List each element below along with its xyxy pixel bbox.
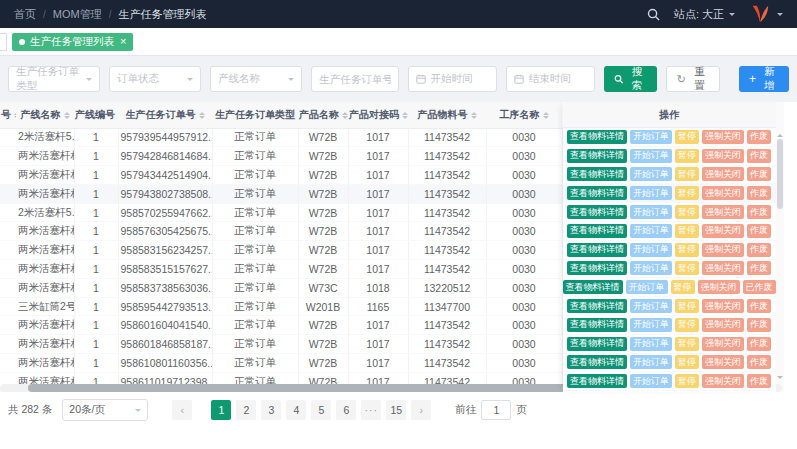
search-button[interactable]: 搜索	[604, 66, 657, 92]
vertical-scrollbar[interactable]	[776, 102, 784, 392]
pager-prev-button[interactable]: ‹	[172, 400, 192, 420]
force-close-button[interactable]: 强制关闭	[702, 167, 744, 181]
sort-icon[interactable]	[64, 109, 70, 122]
start-order-button[interactable]: 开始订单	[630, 318, 672, 332]
start-order-button[interactable]: 开始订单	[630, 243, 672, 257]
pause-button[interactable]: 暂停	[675, 243, 699, 257]
sort-icon[interactable]	[342, 109, 348, 122]
sort-icon[interactable]	[471, 109, 477, 122]
start-order-button[interactable]: 开始订单	[630, 167, 672, 181]
void-button[interactable]: 作废	[747, 149, 771, 163]
view-material-button[interactable]: 查看物料详情	[567, 299, 627, 313]
pause-button[interactable]: 暂停	[675, 167, 699, 181]
void-button[interactable]: 作废	[747, 374, 771, 388]
reset-button[interactable]: ↻ 重置	[666, 66, 720, 92]
pause-button[interactable]: 暂停	[675, 149, 699, 163]
pager-next-button[interactable]: ›	[411, 400, 431, 420]
sort-icon[interactable]	[14, 109, 16, 122]
start-order-button[interactable]: 开始订单	[630, 224, 672, 238]
force-close-button[interactable]: 强制关闭	[698, 280, 740, 294]
view-material-button[interactable]: 查看物料详情	[567, 243, 627, 257]
start-order-button[interactable]: 开始订单	[630, 337, 672, 351]
pager-page-3[interactable]: 3	[261, 400, 281, 420]
void-button[interactable]: 作废	[747, 318, 771, 332]
pause-button[interactable]: 暂停	[675, 355, 699, 369]
column-header[interactable]: 产品对接码	[348, 102, 408, 128]
void-button[interactable]: 作废	[747, 205, 771, 219]
goto-page-input[interactable]	[481, 400, 511, 420]
view-material-button[interactable]: 查看物料详情	[567, 130, 627, 144]
pause-button[interactable]: 暂停	[675, 374, 699, 388]
column-header[interactable]: 号	[0, 102, 16, 128]
view-material-button[interactable]: 查看物料详情	[567, 318, 627, 332]
pause-button[interactable]: 暂停	[675, 337, 699, 351]
pause-button[interactable]: 暂停	[675, 205, 699, 219]
start-order-button[interactable]: 开始订单	[626, 280, 668, 294]
start-order-button[interactable]: 开始订单	[630, 149, 672, 163]
pager-page-1[interactable]: 1	[211, 400, 231, 420]
column-header[interactable]: 产线编号	[74, 102, 118, 128]
order-no-input[interactable]	[319, 73, 390, 85]
view-material-button[interactable]: 查看物料详情	[567, 337, 627, 351]
force-close-button[interactable]: 强制关闭	[702, 149, 744, 163]
void-button[interactable]: 作废	[747, 224, 771, 238]
force-close-button[interactable]: 强制关闭	[702, 374, 744, 388]
view-material-button[interactable]: 查看物料详情	[567, 205, 627, 219]
view-material-button[interactable]: 查看物料详情	[567, 224, 627, 238]
column-header[interactable]: 生产任务订单号	[118, 102, 212, 128]
column-header[interactable]: 产品名称	[298, 102, 348, 128]
pager-page-4[interactable]: 4	[286, 400, 306, 420]
line-name-select[interactable]: 产线名称	[210, 66, 302, 92]
scroll-down-icon[interactable]	[777, 376, 783, 382]
tag-clipped[interactable]	[0, 33, 7, 51]
pause-button[interactable]: 暂停	[675, 224, 699, 238]
pause-button[interactable]: 暂停	[671, 280, 695, 294]
void-button[interactable]: 作废	[747, 299, 771, 313]
user-menu[interactable]	[749, 4, 783, 24]
view-material-button[interactable]: 查看物料详情	[567, 355, 627, 369]
view-material-button[interactable]: 查看物料详情	[567, 374, 627, 388]
tag-active[interactable]: 生产任务管理列表 ×	[12, 33, 133, 51]
scroll-up-icon[interactable]	[777, 131, 783, 137]
void-button[interactable]: 作废	[747, 130, 771, 144]
search-icon[interactable]	[647, 8, 660, 21]
pager-page-6[interactable]: 6	[336, 400, 356, 420]
start-order-button[interactable]: 开始订单	[630, 299, 672, 313]
sort-icon[interactable]	[402, 109, 408, 122]
pager-page-15[interactable]: 15	[386, 400, 406, 420]
start-order-button[interactable]: 开始订单	[630, 130, 672, 144]
pause-button[interactable]: 暂停	[675, 318, 699, 332]
pause-button[interactable]: 暂停	[675, 299, 699, 313]
force-close-button[interactable]: 强制关闭	[702, 224, 744, 238]
end-time-picker[interactable]: 结束时间	[506, 66, 595, 92]
pause-button[interactable]: 暂停	[675, 186, 699, 200]
void-button[interactable]: 已作废	[743, 280, 776, 294]
breadcrumb-mom[interactable]: MOM管理	[53, 7, 102, 22]
force-close-button[interactable]: 强制关闭	[702, 337, 744, 351]
force-close-button[interactable]: 强制关闭	[702, 299, 744, 313]
view-material-button[interactable]: 查看物料详情	[567, 261, 627, 275]
force-close-button[interactable]: 强制关闭	[702, 261, 744, 275]
void-button[interactable]: 作废	[747, 355, 771, 369]
order-status-select[interactable]: 订单状态	[109, 66, 201, 92]
void-button[interactable]: 作废	[747, 167, 771, 181]
column-header[interactable]: 工序名称	[486, 102, 562, 128]
column-header[interactable]: 产品物料号	[408, 102, 486, 128]
pager-page-5[interactable]: 5	[311, 400, 331, 420]
view-material-button[interactable]: 查看物料详情	[567, 186, 627, 200]
pager-ellipsis[interactable]: ···	[361, 400, 381, 420]
force-close-button[interactable]: 强制关闭	[702, 186, 744, 200]
site-selector[interactable]: 站点: 大正	[674, 7, 735, 22]
pause-button[interactable]: 暂停	[675, 130, 699, 144]
force-close-button[interactable]: 强制关闭	[702, 318, 744, 332]
view-material-button[interactable]: 查看物料详情	[563, 280, 623, 294]
add-button[interactable]: + 新增	[739, 66, 789, 92]
void-button[interactable]: 作废	[747, 261, 771, 275]
void-button[interactable]: 作废	[747, 186, 771, 200]
start-order-button[interactable]: 开始订单	[630, 186, 672, 200]
force-close-button[interactable]: 强制关闭	[702, 243, 744, 257]
start-order-button[interactable]: 开始订单	[630, 261, 672, 275]
force-close-button[interactable]: 强制关闭	[702, 205, 744, 219]
void-button[interactable]: 作废	[747, 337, 771, 351]
pager-page-2[interactable]: 2	[236, 400, 256, 420]
